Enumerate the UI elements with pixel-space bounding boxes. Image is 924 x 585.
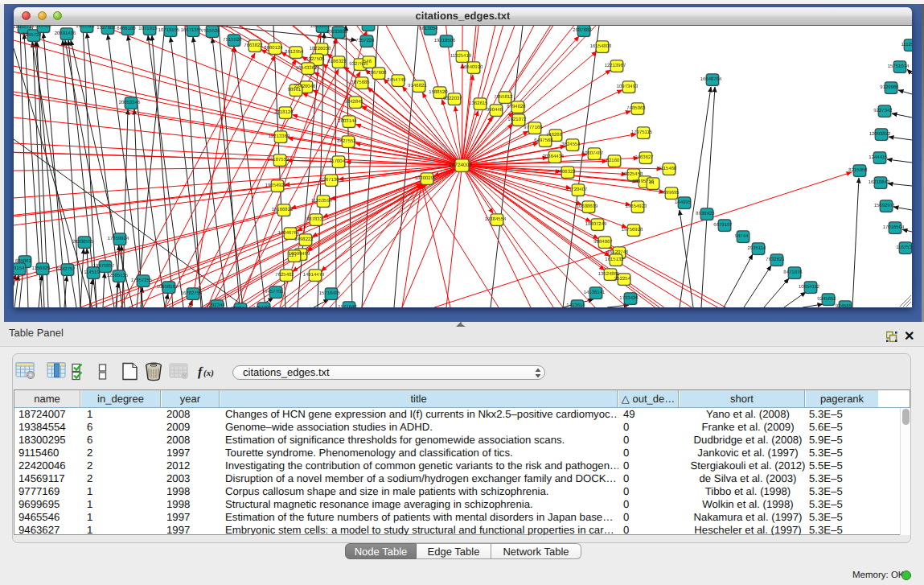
svg-text:6466160: 6466160 (117, 26, 136, 31)
svg-text:9227342: 9227342 (873, 108, 893, 113)
svg-text:44: 44 (649, 180, 655, 186)
svg-text:18300295: 18300295 (415, 175, 437, 181)
svg-text:12093822: 12093822 (869, 131, 891, 137)
svg-text:16154808: 16154808 (590, 43, 612, 49)
svg-text:10688609: 10688609 (577, 204, 598, 209)
svg-text:7515526: 7515526 (201, 28, 220, 34)
svg-text:546: 546 (363, 59, 372, 64)
svg-text:8471676: 8471676 (783, 270, 803, 275)
svg-text:16640910: 16640910 (462, 64, 483, 70)
svg-text:17975115: 17975115 (631, 130, 653, 135)
svg-text:12213369: 12213369 (269, 134, 290, 139)
svg-text:10719155: 10719155 (158, 27, 180, 33)
svg-text:9457791: 9457791 (253, 305, 272, 311)
svg-text:17046766: 17046766 (278, 230, 300, 236)
svg-text:1244415: 1244415 (869, 154, 888, 160)
svg-text:16671355: 16671355 (181, 27, 203, 33)
svg-text:116753: 116753 (896, 245, 912, 250)
svg-text:6497568: 6497568 (534, 138, 553, 143)
svg-text:1071915: 1071915 (138, 26, 158, 31)
svg-text:2087682: 2087682 (573, 27, 592, 33)
svg-text:7625402: 7625402 (275, 272, 294, 278)
svg-text:3267130: 3267130 (320, 177, 339, 183)
svg-text:887833: 887833 (306, 216, 323, 222)
svg-text:15692971: 15692971 (874, 203, 896, 208)
svg-text:20364436: 20364436 (543, 154, 565, 159)
svg-text:8660124: 8660124 (264, 45, 283, 51)
svg-text:16120746: 16120746 (607, 249, 629, 255)
svg-text:7485063: 7485063 (626, 105, 646, 111)
svg-text:7955812: 7955812 (494, 94, 513, 100)
svg-text:1156829: 1156829 (32, 266, 51, 271)
svg-text:7986322: 7986322 (556, 169, 576, 175)
svg-text:8938923: 8938923 (696, 211, 715, 216)
svg-text:9084067: 9084067 (593, 239, 613, 245)
svg-text:2055724: 2055724 (23, 32, 42, 38)
svg-text:17359924: 17359924 (108, 236, 129, 241)
svg-text:685061: 685061 (15, 258, 32, 264)
svg-text:9322037: 9322037 (443, 96, 462, 101)
svg-text:1615132: 1615132 (605, 257, 624, 262)
svg-text:3875685: 3875685 (351, 80, 370, 85)
svg-text:19654923: 19654923 (265, 183, 287, 188)
svg-text:7632621: 7632621 (766, 257, 785, 262)
svg-text:19654923: 19654923 (626, 204, 647, 209)
svg-text:252254: 252254 (614, 276, 631, 282)
svg-text:2935114: 2935114 (748, 245, 767, 251)
svg-text:1733426: 1733426 (619, 295, 639, 301)
svg-text:9777169: 9777169 (524, 125, 543, 130)
svg-text:10654112: 10654112 (799, 284, 820, 290)
svg-text:144095: 144095 (675, 200, 692, 205)
svg-text:98961: 98961 (288, 87, 302, 93)
svg-text:8912954: 8912954 (285, 49, 304, 55)
svg-text:15716485: 15716485 (319, 290, 341, 296)
svg-text:14914479: 14914479 (303, 272, 325, 278)
svg-text:7515526: 7515526 (223, 37, 242, 43)
svg-text:(x): (x) (203, 369, 214, 378)
svg-text:1292344: 1292344 (206, 303, 225, 308)
svg-text:9245652: 9245652 (817, 296, 836, 302)
svg-text:18807249: 18807249 (585, 221, 607, 227)
svg-text:17957255: 17957255 (131, 278, 153, 283)
svg-text:746266: 746266 (546, 132, 563, 138)
svg-text:1571648: 1571648 (338, 304, 357, 310)
svg-text:1362615: 1362615 (469, 101, 488, 106)
svg-text:9463627: 9463627 (634, 154, 654, 160)
svg-text:19384554: 19384554 (485, 216, 507, 222)
svg-text:1588520: 1588520 (429, 89, 448, 95)
svg-text:7663822: 7663822 (244, 43, 263, 48)
svg-text:13524861: 13524861 (598, 271, 620, 277)
svg-text:9327505: 9327505 (306, 56, 325, 62)
svg-text:1242757: 1242757 (56, 266, 76, 272)
svg-text:16210643: 16210643 (869, 179, 890, 185)
svg-text:10025458: 10025458 (622, 171, 643, 177)
svg-text:18724007: 18724007 (449, 163, 472, 168)
svg-text:11353594: 11353594 (311, 198, 333, 204)
svg-text:8215958: 8215958 (848, 167, 868, 173)
svg-text:18226058: 18226058 (310, 46, 331, 51)
svg-text:9242845: 9242845 (344, 99, 363, 105)
svg-text:19166822: 19166822 (272, 207, 294, 212)
svg-text:19218506: 19218506 (434, 38, 456, 43)
svg-text:12213967: 12213967 (605, 63, 626, 68)
svg-text:929344: 929344 (231, 306, 248, 311)
svg-text:20206555: 20206555 (72, 239, 94, 245)
svg-text:1498222: 1498222 (294, 237, 314, 242)
svg-text:39154: 39154 (11, 266, 25, 271)
svg-text:9146821: 9146821 (408, 83, 427, 89)
svg-text:10807487: 10807487 (582, 150, 604, 156)
svg-text:11325419: 11325419 (450, 53, 472, 59)
svg-text:1413614: 1413614 (566, 303, 585, 308)
svg-text:111254: 111254 (901, 42, 917, 47)
svg-text:f: f (198, 365, 203, 379)
svg-text:6794028: 6794028 (507, 104, 526, 109)
svg-text:20691406: 20691406 (55, 31, 76, 36)
svg-text:1621072: 1621072 (507, 117, 527, 122)
svg-text:1527602: 1527602 (97, 25, 116, 31)
svg-text:9699695: 9699695 (660, 190, 680, 196)
svg-text:2718126: 2718126 (274, 109, 294, 115)
svg-text:8454749: 8454749 (387, 77, 406, 83)
svg-text:10958107: 10958107 (157, 284, 179, 290)
svg-text:15720407: 15720407 (566, 187, 588, 192)
svg-text:20053346: 20053346 (119, 100, 141, 105)
